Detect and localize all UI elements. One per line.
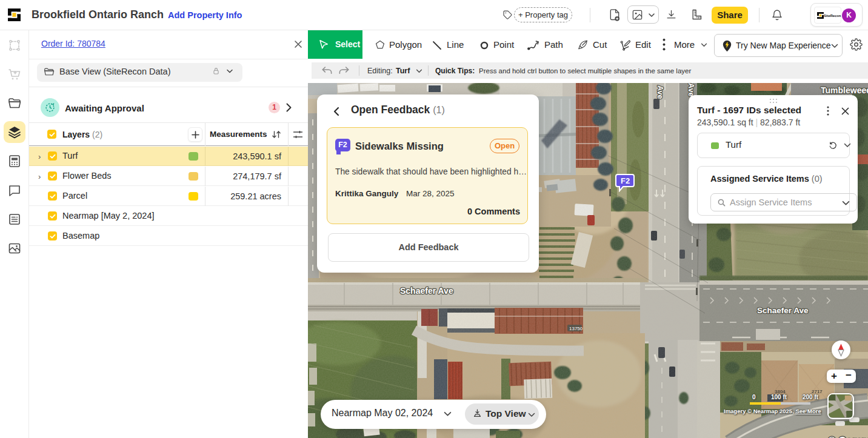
svg-text:© Comm: © Comm <box>828 435 868 438</box>
svg-text:Schaefer Ave: Schaefer Ave <box>400 286 453 296</box>
svg-text:Ave: Ave <box>656 85 664 99</box>
svg-text:Schaefer Ave: Schaefer Ave <box>757 306 809 315</box>
svg-text:F2: F2 <box>621 176 630 185</box>
svg-text:Tumbleweed: Tumbleweed <box>821 85 868 95</box>
svg-text:13750: 13750 <box>569 326 583 331</box>
